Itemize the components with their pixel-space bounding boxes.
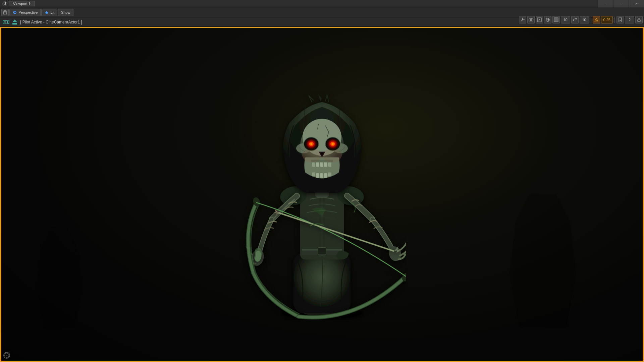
minimize-button[interactable]: −	[598, 0, 613, 7]
svg-line-29	[576, 19, 577, 19]
svg-rect-37	[12, 24, 17, 25]
ue-logo-icon: U	[2, 1, 7, 6]
svg-marker-32	[3, 20, 7, 24]
toolbar-separator-2	[614, 17, 615, 23]
pilot-camera-icon	[3, 19, 9, 25]
surface-snapping-btn[interactable]	[552, 16, 560, 23]
lock-btn[interactable]	[635, 16, 643, 23]
svg-marker-7	[45, 11, 48, 14]
svg-rect-50	[316, 173, 319, 178]
svg-rect-56	[320, 162, 323, 167]
perspective-icon	[12, 10, 17, 15]
angle-snap-btn[interactable]	[571, 16, 579, 23]
svg-rect-49	[312, 172, 315, 176]
svg-rect-52	[324, 173, 327, 178]
svg-rect-57	[324, 162, 327, 167]
transform-widget-btn[interactable]	[519, 16, 526, 23]
background-shadow-right	[509, 194, 576, 328]
svg-rect-58	[328, 162, 331, 167]
window-controls: − □ ×	[598, 0, 644, 7]
toolbar-separator	[591, 17, 591, 23]
lit-icon	[44, 10, 49, 15]
perspective-button[interactable]: Perspective	[9, 9, 41, 16]
svg-rect-51	[320, 173, 323, 178]
scene-out-btn[interactable]	[536, 16, 543, 23]
svg-rect-36	[12, 23, 17, 24]
camera-speed-value[interactable]: 0.25	[601, 16, 613, 23]
viewport-tab[interactable]: Viewport 1	[9, 1, 35, 6]
grid-snap-value[interactable]: 10	[561, 16, 570, 23]
svg-point-11	[522, 19, 523, 20]
show-button[interactable]: Show	[58, 9, 73, 16]
skeleton-character	[238, 58, 406, 320]
camera-count-value[interactable]: 2	[625, 16, 634, 23]
eject-icon	[11, 19, 18, 25]
bookmark-btn[interactable]	[616, 16, 624, 23]
close-button[interactable]: ×	[629, 0, 644, 7]
angle-snap-value[interactable]: 10	[580, 16, 589, 23]
right-toolbar: 10 10 0.25	[518, 15, 644, 25]
svg-rect-78	[318, 247, 326, 255]
viewport-area[interactable]: ⊕	[0, 27, 644, 362]
svg-point-66	[310, 143, 312, 145]
svg-point-80	[322, 149, 342, 162]
svg-point-13	[530, 19, 532, 21]
title-bar: U Viewport 1 − □ ×	[0, 0, 644, 7]
svg-rect-53	[328, 172, 331, 176]
svg-rect-31	[638, 20, 640, 21]
svg-point-67	[332, 143, 334, 145]
scene-background: ⊕	[1, 27, 643, 361]
camera-btn[interactable]	[527, 16, 535, 23]
viewport-corner-indicator: ⊕	[3, 352, 10, 359]
restore-button[interactable]: □	[613, 0, 629, 7]
svg-point-79	[302, 149, 322, 162]
svg-point-34	[4, 21, 6, 23]
svg-rect-54	[312, 162, 315, 167]
lit-button[interactable]: Lit	[41, 9, 57, 16]
camera-speed-btn[interactable]	[593, 16, 600, 23]
title-tabs: Viewport 1	[9, 1, 642, 6]
svg-rect-55	[316, 162, 319, 167]
pilot-status-text: [ Pilot Active - CineCameraActor1 ]	[20, 20, 82, 24]
svg-text:⊕: ⊕	[6, 354, 8, 357]
viewport-toolbar: Perspective Lit Show	[0, 7, 644, 17]
main-layout: U Viewport 1 − □ ×	[0, 0, 644, 362]
global-btn[interactable]	[544, 16, 551, 23]
svg-marker-35	[12, 19, 17, 22]
maximize-viewport-btn[interactable]	[1, 9, 9, 16]
svg-text:U: U	[3, 2, 6, 6]
svg-rect-3	[4, 11, 6, 12]
